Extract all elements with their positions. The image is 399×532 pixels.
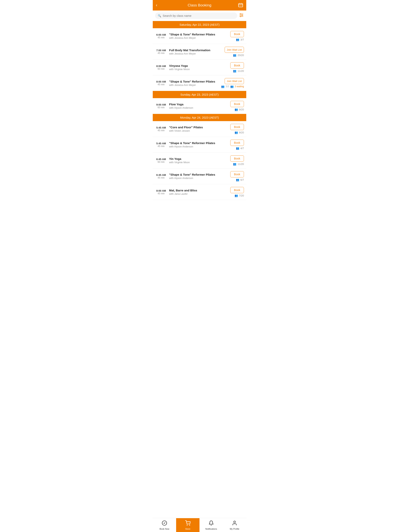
class-instructor: with Alyson Anderson	[169, 177, 220, 180]
book-button[interactable]: Book	[230, 31, 244, 37]
capacity-text: 9/20	[239, 131, 244, 134]
class-action: Join Wait List 👥 7/7 👥 3 waiting	[221, 78, 244, 88]
class-name: "Shape & Tone" Reformer Pilates	[169, 173, 220, 176]
book-button[interactable]: Book	[230, 171, 244, 177]
capacity-text: 7/7	[225, 85, 229, 88]
date-header-0: Saturday, Apr 22, 2023 (AEST)	[153, 21, 246, 28]
people-icon: 👥	[235, 131, 238, 134]
class-name: "Core and Floor" Pilates	[169, 126, 220, 129]
class-list: Saturday, Apr 22, 2023 (AEST)6:00 AM45 m…	[153, 21, 246, 532]
date-header-2: Monday, Apr 24, 2023 (AEST)	[153, 114, 246, 121]
people-icon: 👥	[236, 147, 239, 150]
class-instructor: with Jessica-Ann Meyer	[169, 52, 220, 55]
class-action: Book 👥 11/20	[223, 62, 244, 72]
check-circle-icon	[162, 520, 167, 527]
class-info: Flow Yogawith Alyson Anderson	[169, 103, 220, 109]
book-button[interactable]: Book	[230, 124, 244, 130]
class-action: Book 👥 6/7	[223, 171, 244, 181]
capacity-text: 11/20	[238, 163, 244, 165]
class-item: 6:00 AM45 min"Shape & Tone" Reformer Pil…	[153, 28, 246, 44]
search-input-wrap[interactable]: 🔍	[155, 13, 237, 19]
book-button[interactable]: Book	[230, 140, 244, 146]
people-icon: 👥	[233, 69, 236, 72]
filter-icon[interactable]	[239, 13, 244, 19]
class-action: Book 👥 9/20	[223, 101, 244, 111]
class-item: 5:45 AM45 min"Core and Floor" Pilateswit…	[153, 121, 246, 137]
people-icon: 👥	[236, 178, 239, 181]
class-time: 8:00 AM45 min	[155, 80, 167, 86]
class-time: 6:45 AM45 min	[155, 173, 167, 179]
svg-point-5	[240, 13, 241, 14]
class-info: Vinyasa Yogawith Virginie Moon	[169, 64, 220, 71]
class-time: 7:00 AM45 min	[155, 49, 167, 55]
class-item: 8:00 AM60 minVinyasa Yogawith Virginie M…	[153, 60, 246, 75]
class-name: Mat, Barre and Bliss	[169, 189, 220, 192]
class-time-main: 7:00 AM	[155, 49, 167, 52]
nav-store-label: Store	[185, 528, 190, 530]
class-instructor: with Jana Laufer	[169, 192, 220, 195]
back-button[interactable]: ‹	[156, 3, 162, 8]
class-instructor: with Vivien Jessen	[169, 129, 220, 132]
class-time: 6:45 AM60 min	[155, 158, 167, 163]
capacity-row: 👥 11/20	[233, 162, 244, 165]
nav-book-now-label: Book Now	[160, 528, 169, 530]
class-time: 5:45 AM45 min	[155, 142, 167, 148]
people-icon: 👥	[233, 162, 236, 165]
svg-rect-0	[238, 4, 243, 7]
waiting-icon: 👥	[230, 85, 234, 88]
class-item: 8:00 AM45 minMat, Barre and Blisswith Ja…	[153, 184, 246, 200]
waitlist-button[interactable]: Join Wait List	[225, 47, 244, 53]
people-icon: 👥	[235, 108, 238, 111]
capacity-row: 👥 9/20	[235, 108, 244, 111]
class-time-main: 6:00 AM	[155, 33, 167, 36]
nav-notifications[interactable]: Notifications	[200, 518, 223, 532]
book-button[interactable]: Book	[230, 62, 244, 69]
capacity-row: 👥 9/20	[235, 131, 244, 134]
svg-point-10	[189, 525, 190, 525]
class-instructor: with Virginie Moon	[169, 161, 220, 164]
class-instructor: with Virginie Moon	[169, 68, 220, 71]
capacity-text: 6/7	[240, 178, 244, 181]
class-time-main: 5:45 AM	[155, 142, 167, 145]
class-time-main: 8:00 AM	[155, 80, 167, 83]
class-duration: 45 min	[155, 145, 167, 148]
class-duration: 60 min	[155, 106, 167, 109]
search-input[interactable]	[163, 14, 235, 17]
class-name: Vinyasa Yoga	[169, 64, 220, 67]
class-instructor: with Alyson Anderson	[169, 145, 220, 148]
class-time-main: 9:00 AM	[155, 103, 167, 106]
capacity-text: 4/7	[240, 147, 244, 150]
cart-icon[interactable]	[237, 3, 243, 8]
search-icon: 🔍	[158, 14, 161, 17]
class-info: Yin Yogawith Virginie Moon	[169, 157, 220, 164]
nav-book-now[interactable]: Book Now	[153, 518, 176, 532]
class-name: "Shape & Tone" Reformer Pilates	[169, 33, 220, 36]
nav-notifications-label: Notifications	[205, 528, 217, 530]
class-item: 8:00 AM45 min"Shape & Tone" Reformer Pil…	[153, 75, 246, 91]
class-item: 6:45 AM60 minYin Yogawith Virginie MoonB…	[153, 153, 246, 168]
nav-store[interactable]: Store	[176, 518, 200, 532]
capacity-row: 👥 11/20	[233, 69, 244, 72]
nav-my-profile[interactable]: My Profile	[223, 518, 246, 532]
page-title: Class Booking	[162, 3, 237, 7]
search-bar: 🔍	[153, 11, 246, 21]
book-button[interactable]: Book	[230, 187, 244, 193]
svg-point-7	[240, 16, 241, 17]
book-button[interactable]: Book	[230, 155, 244, 162]
class-duration: 45 min	[155, 192, 167, 195]
class-instructor: with Jessica-Ann Meyer	[169, 36, 220, 39]
class-info: Full Body Mat Transformationwith Jessica…	[169, 49, 220, 55]
capacity-text: 3/7	[240, 38, 244, 41]
capacity-row: 👥 7/7 👥 3 waiting	[221, 85, 244, 88]
class-item: 5:45 AM45 min"Shape & Tone" Reformer Pil…	[153, 137, 246, 153]
class-name: Yin Yoga	[169, 157, 220, 160]
book-button[interactable]: Book	[230, 101, 244, 107]
svg-point-11	[234, 521, 235, 523]
svg-point-9	[187, 525, 187, 525]
capacity-text: 20/20	[238, 54, 244, 57]
waitlist-button[interactable]: Join Wait List	[225, 78, 244, 84]
class-duration: 45 min	[155, 177, 167, 179]
class-action: Book 👥 3/7	[223, 31, 244, 41]
class-info: "Shape & Tone" Reformer Pilateswith Jess…	[169, 80, 219, 86]
nav-profile-label: My Profile	[230, 528, 239, 530]
